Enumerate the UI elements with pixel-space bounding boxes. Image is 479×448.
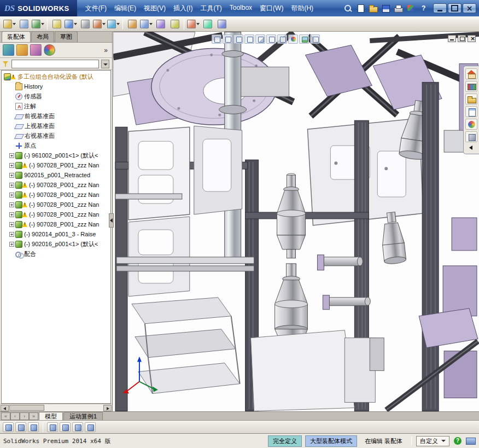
tab-first-icon[interactable]: « xyxy=(1,412,10,420)
scroll-track[interactable] xyxy=(9,405,103,411)
view-palette-icon[interactable] xyxy=(465,106,477,117)
help-icon[interactable] xyxy=(418,3,429,13)
expander-icon[interactable] xyxy=(9,232,14,237)
tab-prev-icon[interactable]: ‹ xyxy=(10,412,20,420)
menu-item[interactable]: 文件(F) xyxy=(81,2,110,15)
print-icon[interactable] xyxy=(393,3,404,13)
measure-icon[interactable] xyxy=(201,18,214,30)
graphics-area[interactable] xyxy=(113,32,479,411)
solidworks-resources-icon[interactable] xyxy=(465,68,477,79)
previous-view-icon[interactable] xyxy=(233,34,243,44)
tree-item[interactable]: 注解 xyxy=(2,101,110,111)
display-style-icon[interactable] xyxy=(266,34,276,44)
doc-close-button[interactable] xyxy=(468,35,476,42)
configurationmanager-icon[interactable] xyxy=(30,44,42,56)
linear-component-pattern-icon[interactable] xyxy=(31,18,45,30)
rollback-bar-icon[interactable] xyxy=(3,422,14,432)
file-explorer-icon[interactable] xyxy=(465,94,477,104)
menu-item[interactable]: 工具(T) xyxy=(196,2,225,15)
section-view-icon[interactable] xyxy=(215,18,229,30)
zoom-fit-icon[interactable] xyxy=(212,34,221,44)
filter-dropdown-button[interactable] xyxy=(101,60,109,68)
minimize-button[interactable] xyxy=(433,3,447,13)
doc-restore-button[interactable] xyxy=(458,35,466,42)
featuremanager-tree-icon[interactable] xyxy=(3,44,14,56)
shaded-with-edges-icon[interactable] xyxy=(60,422,71,432)
scroll-left-button[interactable] xyxy=(1,405,9,411)
hide-show-items-icon[interactable] xyxy=(277,34,287,44)
expander-icon[interactable] xyxy=(9,242,14,247)
edit-appearance-icon[interactable] xyxy=(288,34,298,44)
document-tab-0[interactable]: 模型 xyxy=(39,412,63,420)
panel-tab-0[interactable]: 装配体 xyxy=(2,31,31,42)
insert-components-icon[interactable] xyxy=(3,18,16,30)
exploded-view-icon[interactable] xyxy=(154,18,167,30)
menu-item[interactable]: 窗口(W) xyxy=(256,2,287,15)
tree-filter-input[interactable] xyxy=(11,60,99,68)
expander-icon[interactable] xyxy=(9,173,14,178)
menu-item[interactable]: 帮助(H) xyxy=(287,2,317,15)
menu-item[interactable]: Toolbox xyxy=(226,2,256,15)
expander-icon[interactable] xyxy=(9,212,14,217)
scroll-right-button[interactable] xyxy=(103,405,112,411)
expander-icon[interactable] xyxy=(9,202,14,207)
tree-item[interactable]: 前视基准面 xyxy=(2,111,110,121)
reference-geometry-icon[interactable] xyxy=(107,18,120,30)
displaymanager-icon[interactable] xyxy=(44,44,55,56)
tree-item[interactable]: History xyxy=(2,82,110,91)
tab-next-icon[interactable]: › xyxy=(20,412,29,420)
options-icon[interactable] xyxy=(405,3,416,13)
display-settings-icon[interactable] xyxy=(466,438,476,445)
maximize-button[interactable] xyxy=(448,3,462,13)
apply-scene-icon[interactable] xyxy=(299,34,309,44)
zoom-all-icon[interactable] xyxy=(15,422,26,432)
propertymanager-icon[interactable] xyxy=(16,44,28,56)
tree-item[interactable]: 原点 xyxy=(2,141,110,150)
document-tab-1[interactable]: 运动算例1 xyxy=(63,412,103,420)
tree-item[interactable]: 配合 xyxy=(2,249,110,259)
open-document-icon[interactable] xyxy=(367,3,378,13)
pan-view-icon[interactable] xyxy=(28,422,39,432)
panel-tab-2[interactable]: 草图 xyxy=(55,31,78,42)
custom-dropdown[interactable]: 自定义 xyxy=(416,436,449,446)
panel-tab-1[interactable]: 布局 xyxy=(31,31,54,42)
scroll-thumb[interactable] xyxy=(9,405,44,411)
menu-item[interactable]: 编辑(E) xyxy=(110,2,140,15)
tree-item[interactable]: (-) 907028_P001_zzz Nan xyxy=(2,180,110,190)
view-orientation-icon[interactable] xyxy=(255,34,265,44)
expander-icon[interactable] xyxy=(9,193,14,197)
new-motion-study-icon[interactable] xyxy=(125,18,139,30)
tree-item[interactable]: (-) 907028_P001_zzz Nan xyxy=(2,219,110,229)
appearances-icon[interactable] xyxy=(465,119,477,130)
new-document-icon[interactable] xyxy=(355,3,366,13)
design-library-icon[interactable] xyxy=(465,81,477,92)
tree-item[interactable]: (-) 907028_P001_zzz Nan xyxy=(2,160,110,170)
panel-collapse-button[interactable] xyxy=(109,213,114,228)
move-component-icon[interactable] xyxy=(64,18,78,30)
custom-properties-icon[interactable] xyxy=(465,131,477,142)
tree-item[interactable]: 902015_p001_Retracted xyxy=(2,170,110,180)
grid-settings-icon[interactable] xyxy=(85,422,96,432)
tree-item[interactable]: (-) 907028_P001_zzz Nan xyxy=(2,190,110,200)
expander-icon[interactable] xyxy=(9,163,14,168)
bill-of-materials-icon[interactable] xyxy=(139,18,153,30)
interference-detection-icon[interactable] xyxy=(186,18,200,30)
close-button[interactable] xyxy=(463,3,476,13)
show-hidden-components-icon[interactable] xyxy=(78,18,92,30)
doc-minimize-button[interactable] xyxy=(448,35,456,42)
smart-fasteners-icon[interactable] xyxy=(50,18,63,30)
tree-item[interactable]: 传感器 xyxy=(2,91,110,101)
help-circle-icon[interactable] xyxy=(454,437,462,445)
section-view-icon[interactable] xyxy=(244,34,254,44)
tree-item[interactable]: (-) 907028_P001_zzz Nan xyxy=(2,210,110,219)
tree-item[interactable]: (-) 902016_p001<1> (默认< xyxy=(2,239,110,249)
display-style-cube-icon[interactable] xyxy=(72,422,83,432)
annotation-note-icon[interactable] xyxy=(47,422,58,432)
zoom-area-icon[interactable] xyxy=(223,34,232,44)
menu-item[interactable]: 插入(I) xyxy=(170,2,196,15)
tree-item[interactable]: 多工位组合自动化设备 (默认 xyxy=(2,72,110,82)
expander-icon[interactable] xyxy=(9,222,14,227)
tree-item[interactable]: (-) 907028_P001_zzz Nan xyxy=(2,200,110,210)
assembly-features-icon[interactable] xyxy=(92,18,106,30)
view-settings-icon[interactable] xyxy=(310,34,320,44)
